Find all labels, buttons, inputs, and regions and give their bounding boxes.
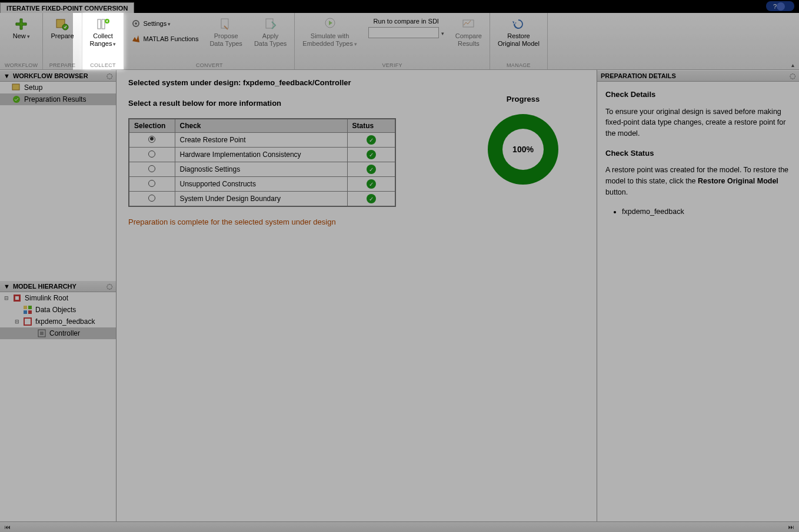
toolstrip: New WORKFLOW Prepare PREPARE Collect Ran… [0, 13, 799, 70]
workflow-item-prep-results[interactable]: Preparation Results [0, 93, 116, 105]
svg-rect-17 [24, 310, 27, 314]
scroll-right-icon[interactable]: ⏭ [788, 524, 794, 530]
matlab-functions-button[interactable]: MATLAB Functions [129, 33, 201, 45]
svg-rect-18 [28, 310, 32, 314]
radio-icon[interactable] [148, 180, 155, 187]
plus-icon [14, 17, 28, 31]
restore-button[interactable]: Restore Original Model [495, 15, 542, 49]
scroll-left-icon[interactable]: ⏮ [5, 524, 11, 530]
table-row[interactable]: Diagnostic Settings [129, 162, 395, 177]
progress-donut: 100% [488, 114, 558, 185]
sdi-label: Run to compare in SDI [374, 18, 439, 25]
svg-rect-15 [24, 306, 27, 309]
status-ok-icon [367, 135, 376, 145]
panel-gear-icon[interactable]: ◌ [790, 72, 795, 80]
svg-rect-11 [12, 84, 19, 90]
details-panel: PREPARATION DETAILS ◌ Check Details To e… [597, 70, 799, 521]
model-hierarchy-body: ⊟ Simulink Root Data Objects ⊟ fxpdemo_f… [0, 292, 116, 521]
sdi-run-select[interactable] [368, 27, 439, 38]
apply-button[interactable]: Apply Data Types [251, 15, 289, 49]
svg-rect-21 [40, 332, 44, 335]
restore-model-item: fxpdemo_feedback [622, 206, 791, 218]
radio-icon[interactable] [148, 165, 155, 172]
prepare-icon [55, 17, 69, 31]
radio-icon[interactable] [148, 195, 155, 202]
check-name: Diagnostic Settings [175, 162, 347, 177]
tree-data-objects[interactable]: Data Objects [0, 304, 116, 316]
col-selection: Selection [129, 119, 175, 133]
check-details-heading: Check Details [605, 89, 791, 101]
results-icon [12, 95, 21, 104]
help-button[interactable] [766, 1, 794, 11]
workflow-browser-header[interactable]: ▼ WORKFLOW BROWSER ◌ [0, 70, 116, 82]
group-manage: Restore Original Model MANAGE [490, 13, 548, 69]
group-verify: Simulate with Embedded Types Run to comp… [295, 13, 490, 69]
radio-icon[interactable] [148, 150, 155, 158]
progress-value: 100% [502, 129, 544, 170]
workflow-item-setup[interactable]: Setup [0, 82, 116, 93]
status-ok-icon [367, 150, 376, 159]
sdi-caret-icon[interactable] [440, 29, 444, 37]
table-row[interactable]: Unsupported Constructs [129, 177, 395, 192]
prepare-button[interactable]: Prepare [48, 15, 76, 42]
settings-button[interactable]: Settings [129, 18, 201, 29]
gear-icon [131, 19, 141, 28]
tree-model[interactable]: ⊟ fxpdemo_feedback [0, 316, 116, 327]
table-row[interactable]: Hardware Implementation Consistency [129, 148, 395, 162]
compare-button[interactable]: Compare Results [452, 15, 485, 49]
setup-icon [12, 83, 21, 92]
center-content: Selected system under design: fxpdemo_fe… [116, 70, 597, 521]
check-name: Create Restore Point [175, 133, 347, 148]
main-area: ▼ WORKFLOW BROWSER ◌ Setup Preparation R… [0, 70, 799, 521]
collect-ranges-button[interactable]: Collect Ranges [87, 15, 119, 50]
tab-bar: ITERATIVE FIXED-POINT CONVERSION [0, 0, 799, 13]
check-status-heading: Check Status [605, 148, 791, 159]
subsystem-icon [37, 329, 46, 338]
app-tab[interactable]: ITERATIVE FIXED-POINT CONVERSION [0, 2, 134, 14]
svg-rect-2 [98, 19, 101, 29]
group-convert: Settings MATLAB Functions Propose Data T… [124, 13, 295, 69]
table-row[interactable]: System Under Design Boundary [129, 192, 395, 207]
col-status: Status [347, 119, 395, 133]
collapse-icon: ▼ [4, 72, 10, 79]
tree-toggle-icon[interactable]: ⊟ [4, 295, 9, 301]
radio-icon[interactable] [148, 136, 155, 143]
matlab-icon [131, 34, 141, 44]
model-hierarchy-header[interactable]: ▼ MODEL HIERARCHY ◌ [0, 280, 116, 292]
left-column: ▼ WORKFLOW BROWSER ◌ Setup Preparation R… [0, 70, 116, 521]
panel-gear-icon[interactable]: ◌ [106, 282, 112, 290]
col-check: Check [175, 119, 347, 133]
svg-rect-14 [15, 296, 19, 300]
check-name: System Under Design Boundary [175, 192, 347, 207]
group-collect: Collect Ranges COLLECT [82, 13, 125, 69]
svg-rect-16 [28, 306, 32, 309]
status-bar: ⏮ ⏭ [0, 521, 799, 532]
collapse-icon: ▼ [4, 283, 10, 290]
check-name: Unsupported Constructs [175, 177, 347, 192]
simulate-button[interactable]: Simulate with Embedded Types [299, 15, 359, 50]
panel-gear-icon[interactable]: ◌ [106, 72, 112, 80]
propose-button[interactable]: Propose Data Types [207, 15, 245, 49]
status-ok-icon [367, 179, 376, 189]
check-name: Hardware Implementation Consistency [175, 148, 347, 162]
system-title: Selected system under design: fxpdemo_fe… [128, 78, 461, 87]
tree-toggle-icon[interactable]: ⊟ [14, 319, 20, 324]
propose-icon [219, 17, 233, 31]
model-icon [23, 317, 32, 326]
new-button[interactable]: New [10, 15, 33, 42]
checks-table: Selection Check Status Create Restore Po… [128, 118, 396, 207]
status-ok-icon [367, 194, 376, 203]
tree-controller[interactable]: Controller [0, 327, 116, 339]
minimize-toolstrip-icon[interactable]: ▴ [791, 62, 794, 68]
tree-root[interactable]: ⊟ Simulink Root [0, 292, 116, 304]
compare-icon [461, 17, 475, 31]
table-row[interactable]: Create Restore Point [129, 133, 395, 148]
subtitle: Select a result below for more informati… [128, 99, 461, 108]
details-header[interactable]: PREPARATION DETAILS ◌ [597, 70, 799, 82]
restore-icon [511, 17, 525, 31]
svg-point-12 [13, 96, 20, 103]
prep-complete-msg: Preparation is complete for the selected… [128, 218, 461, 226]
workflow-browser-body: Setup Preparation Results [0, 82, 116, 280]
play-icon [323, 17, 337, 31]
progress-label: Progress [461, 95, 585, 103]
